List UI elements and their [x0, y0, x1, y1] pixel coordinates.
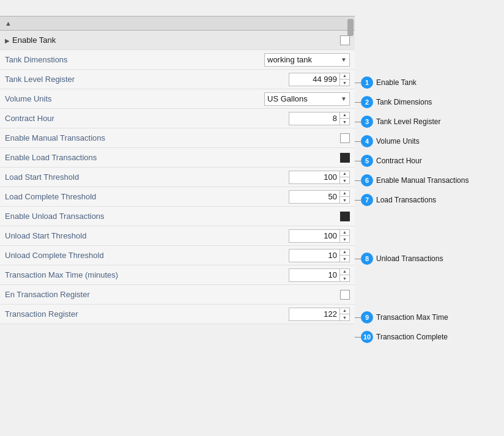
spinner-down-contract-hour[interactable]: ▼ — [340, 119, 349, 125]
row-label-transaction-register: Transaction Register — [5, 309, 78, 319]
spinner-value-unload-complete-threshold: 10 — [289, 251, 339, 260]
annotation-label-8: Unload Transactions — [376, 254, 443, 263]
row-label-unload-complete-threshold: Unload Complete Threshold — [5, 251, 104, 260]
control-contract-hour: 8▲▼ — [152, 112, 350, 125]
page-wrapper: ▲ ▶Enable TankTank Dimenstionsworking ta… — [0, 0, 504, 436]
section-header: ▲ — [0, 16, 355, 31]
control-en-transaction-register — [152, 290, 350, 300]
spinner-up-transaction-register[interactable]: ▲ — [340, 308, 349, 315]
control-tank-dimensions: working tank▼ — [152, 53, 350, 67]
section-toggle-icon[interactable]: ▲ — [5, 20, 12, 27]
scrollbar-thumb[interactable] — [347, 19, 354, 36]
spinner-contract-hour: 8▲▼ — [289, 112, 350, 125]
annotation-circle-9: 9 — [361, 311, 373, 323]
annotation-line-4 — [355, 141, 362, 142]
annotation-line-2 — [355, 102, 362, 103]
spinner-arrows-unload-start-threshold: ▲▼ — [339, 229, 349, 243]
row-expand-icon[interactable]: ▶ — [5, 37, 10, 44]
control-unload-complete-threshold: 10▲▼ — [152, 249, 350, 262]
spinner-value-tank-level-register: 44 999 — [289, 75, 339, 84]
annotation-line-6 — [355, 180, 362, 181]
annotation-label-3: Tank Level Register — [376, 117, 440, 126]
annotation-circle-4: 4 — [361, 135, 373, 147]
annotation-label-5: Contract Hour — [376, 157, 422, 165]
control-transaction-max-time: 10▲▼ — [152, 268, 350, 282]
spinner-up-load-start-threshold[interactable]: ▲ — [340, 171, 349, 178]
spinner-up-load-complete-threshold[interactable]: ▲ — [340, 190, 349, 198]
spinner-tank-level-register: 44 999▲▼ — [289, 73, 350, 86]
spinner-up-unload-complete-threshold[interactable]: ▲ — [340, 249, 349, 256]
row-enable-load-transactions: Enable Load Transactions — [0, 148, 355, 168]
row-tank-dimensions: Tank Dimenstionsworking tank▼ — [0, 50, 355, 70]
spinner-down-unload-start-threshold[interactable]: ▼ — [340, 236, 349, 243]
spinner-transaction-max-time: 10▲▼ — [289, 268, 350, 282]
spinner-down-tank-level-register[interactable]: ▼ — [340, 79, 349, 86]
spinner-up-contract-hour[interactable]: ▲ — [340, 112, 349, 119]
control-enable-manual-transactions — [152, 133, 350, 143]
annotation-2: 2Tank Dimensions — [361, 96, 432, 108]
annotation-circle-7: 7 — [361, 194, 373, 206]
annotation-line-3 — [355, 122, 362, 122]
checkbox-filled-enable-load-transactions[interactable] — [340, 153, 350, 163]
page-title — [0, 0, 355, 9]
control-volume-units: US Gallons▼ — [152, 92, 350, 106]
row-label-tank-dimensions: Tank Dimenstions — [5, 55, 68, 64]
spinner-value-contract-hour: 8 — [289, 114, 339, 123]
row-transaction-register: Transaction Register122▲▼ — [0, 305, 355, 324]
row-label-volume-units: Volume Units — [5, 94, 52, 103]
checkbox-enable-manual-transactions[interactable] — [340, 133, 350, 143]
annotation-6: 6Enable Manual Transactions — [361, 174, 469, 187]
spinner-up-unload-start-threshold[interactable]: ▲ — [340, 229, 349, 237]
row-label-tank-level-register: Tank Level Register — [5, 75, 75, 84]
annotation-label-6: Enable Manual Transactions — [376, 176, 469, 185]
row-label-enable-unload-transactions: Enable Unload Transactions — [5, 212, 105, 221]
spinner-down-transaction-register[interactable]: ▼ — [340, 314, 349, 321]
annotation-circle-8: 8 — [361, 253, 373, 265]
spinner-unload-complete-threshold: 10▲▼ — [289, 249, 350, 262]
annotation-circle-10: 10 — [361, 331, 373, 343]
annotation-5: 5Contract Hour — [361, 155, 422, 167]
row-label-enable-load-transactions: Enable Load Transactions — [5, 153, 97, 162]
row-label-enable-manual-transactions: Enable Manual Transactions — [5, 133, 105, 142]
annotation-label-4: Volume Units — [376, 137, 420, 146]
row-load-start-threshold: Load Start Threshold100▲▼ — [0, 168, 355, 187]
spinner-load-start-threshold: 100▲▼ — [289, 171, 350, 184]
dropdown-value-tank-dimensions: working tank — [267, 55, 312, 64]
annotation-circle-1: 1 — [361, 76, 373, 89]
spinner-up-tank-level-register[interactable]: ▲ — [340, 73, 349, 80]
dropdown-arrow-volume-units: ▼ — [341, 95, 347, 102]
row-unload-start-threshold: Unload Start Threshold100▲▼ — [0, 226, 355, 246]
row-contract-hour: Contract Hour8▲▼ — [0, 109, 355, 128]
row-tank-level-register: Tank Level Register44 999▲▼ — [0, 70, 355, 89]
control-load-complete-threshold: 50▲▼ — [152, 190, 350, 204]
control-enable-unload-transactions — [152, 212, 350, 221]
dropdown-value-volume-units: US Gallons — [267, 94, 308, 103]
dropdown-arrow-tank-dimensions: ▼ — [341, 56, 347, 63]
row-label-transaction-max-time: Transaction Max Time (minutes) — [5, 270, 118, 279]
control-unload-start-threshold: 100▲▼ — [152, 229, 350, 243]
control-enable-load-transactions — [152, 153, 350, 163]
annotation-line-9 — [355, 317, 362, 318]
control-tank-level-register: 44 999▲▼ — [152, 73, 350, 86]
spinner-value-unload-start-threshold: 100 — [289, 231, 339, 240]
control-transaction-register: 122▲▼ — [152, 308, 350, 321]
row-volume-units: Volume UnitsUS Gallons▼ — [0, 89, 355, 109]
spinner-down-load-complete-threshold[interactable]: ▼ — [340, 197, 349, 204]
dropdown-tank-dimensions[interactable]: working tank▼ — [264, 53, 350, 67]
spinner-arrows-transaction-max-time: ▲▼ — [339, 268, 349, 282]
annotation-line-10 — [355, 337, 362, 338]
annotations-panel: 1Enable Tank2Tank Dimensions3Tank Level … — [355, 0, 504, 436]
spinner-transaction-register: 122▲▼ — [289, 308, 350, 321]
spinner-up-transaction-max-time[interactable]: ▲ — [340, 268, 349, 276]
checkbox-filled-enable-unload-transactions[interactable] — [340, 212, 350, 221]
spinner-down-transaction-max-time[interactable]: ▼ — [340, 275, 349, 282]
annotation-7: 7Load Transactions — [361, 194, 436, 206]
control-load-start-threshold: 100▲▼ — [152, 171, 350, 184]
spinner-down-load-start-threshold[interactable]: ▼ — [340, 177, 349, 184]
spinner-down-unload-complete-threshold[interactable]: ▼ — [340, 256, 349, 262]
checkbox-en-transaction-register[interactable] — [340, 290, 350, 300]
dropdown-volume-units[interactable]: US Gallons▼ — [264, 92, 350, 106]
annotation-label-9: Transaction Max Time — [376, 313, 448, 322]
spinner-arrows-tank-level-register: ▲▼ — [339, 73, 349, 86]
checkbox-enable-tank[interactable] — [340, 35, 350, 45]
